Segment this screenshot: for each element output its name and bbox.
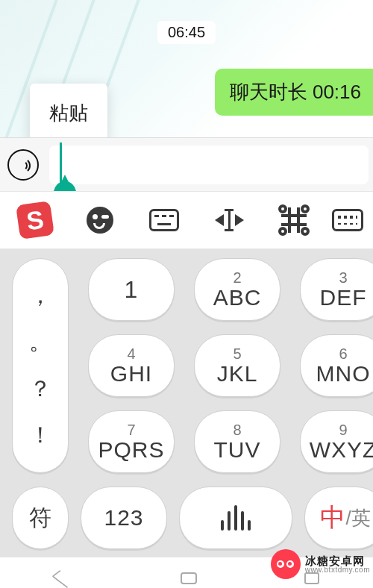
- key-letters: JKL: [217, 363, 258, 385]
- key-numeric[interactable]: 123: [81, 487, 167, 549]
- key-label: 123: [104, 507, 143, 529]
- key-digit: 6: [339, 346, 347, 361]
- keyboard-settings-button[interactable]: [326, 191, 370, 249]
- lang-sep: /: [345, 507, 351, 530]
- key-digit: 5: [233, 346, 241, 361]
- key-letters: TUV: [214, 439, 261, 461]
- key-letters: WXYZ: [310, 439, 373, 461]
- punctuation-column[interactable]: ， 。 ？ ！: [12, 258, 69, 473]
- message-text: 聊天时长 00:16: [230, 81, 361, 103]
- paste-label: 粘贴: [49, 101, 88, 124]
- key-label: 符: [29, 507, 52, 529]
- emoji-face-icon: [87, 207, 113, 234]
- key-digit: 3: [339, 270, 347, 285]
- key-letters: DEF: [320, 287, 367, 309]
- punct-comma[interactable]: ，: [29, 281, 51, 311]
- ibeam-move-icon: [215, 209, 244, 231]
- context-menu-paste[interactable]: 粘贴: [30, 84, 107, 137]
- key-digit: 8: [233, 422, 241, 437]
- key-5-jkl[interactable]: 5 JKL: [194, 334, 280, 397]
- voice-input-button[interactable]: [7, 149, 39, 181]
- key-letters: MNO: [316, 363, 371, 385]
- emoji-button[interactable]: [68, 191, 133, 249]
- watermark-url: www.btxtdmy.com: [305, 566, 370, 574]
- key-letters: ABC: [213, 287, 262, 309]
- message-text-input[interactable]: [49, 146, 369, 184]
- key-6-mno[interactable]: 6 MNO: [300, 334, 373, 397]
- punct-exclaim[interactable]: ！: [29, 420, 51, 451]
- key-letters: PQRS: [98, 439, 164, 461]
- key-digit: 4: [127, 346, 135, 361]
- sogou-logo-button[interactable]: S: [3, 191, 68, 249]
- key-7-pqrs[interactable]: 7 PQRS: [88, 410, 175, 473]
- microphone-wave-icon: [221, 505, 251, 531]
- shortcut-button[interactable]: [261, 191, 326, 249]
- message-input-bar: [0, 137, 373, 191]
- watermark-title: 冰糖安卓网: [305, 555, 370, 566]
- keyboard-grid-icon: [332, 209, 363, 231]
- watermark-logo-icon: [271, 549, 301, 579]
- sogou-logo-icon: S: [16, 201, 54, 240]
- key-digit: 1: [125, 278, 139, 301]
- nav-home-icon[interactable]: [181, 572, 197, 584]
- ime-keypad: ， 。 ？ ！ 1 2 ABC 3 DEF 4 GHI 5 JKL 6 MNO …: [0, 249, 373, 557]
- chat-timestamp: 06:45: [157, 21, 216, 44]
- punct-period[interactable]: 。: [29, 327, 51, 357]
- key-letters: GHI: [110, 363, 152, 385]
- key-digit: 7: [127, 422, 135, 437]
- key-2-abc[interactable]: 2 ABC: [194, 258, 280, 321]
- ime-toolbar: S: [0, 191, 373, 249]
- keyboard-layout-button[interactable]: [132, 191, 197, 249]
- key-9-wxyz[interactable]: 9 WXYZ: [300, 410, 373, 473]
- key-4-ghi[interactable]: 4 GHI: [88, 334, 175, 397]
- outgoing-message-bubble[interactable]: 聊天时长 00:16: [215, 69, 373, 116]
- key-digit: 2: [233, 270, 241, 285]
- key-language-toggle[interactable]: 中 / 英: [304, 487, 373, 549]
- watermark: 冰糖安卓网 www.btxtdmy.com: [271, 549, 370, 579]
- chat-background: 06:45 聊天时长 00:16 粘贴: [0, 0, 373, 137]
- key-digit: 9: [339, 422, 347, 437]
- punct-question[interactable]: ？: [29, 374, 51, 404]
- command-icon: [281, 207, 307, 233]
- lang-en-label: 英: [351, 505, 371, 531]
- cursor-move-button[interactable]: [197, 191, 262, 249]
- key-1[interactable]: 1: [88, 258, 175, 321]
- keyboard-icon: [149, 209, 179, 231]
- lang-zh-label: 中: [320, 501, 345, 535]
- nav-back-icon[interactable]: [51, 570, 75, 588]
- key-3-def[interactable]: 3 DEF: [300, 258, 373, 321]
- sound-wave-icon: [16, 157, 31, 172]
- key-8-tuv[interactable]: 8 TUV: [194, 410, 280, 473]
- key-symbols[interactable]: 符: [12, 487, 69, 549]
- key-voice-space[interactable]: [179, 487, 292, 549]
